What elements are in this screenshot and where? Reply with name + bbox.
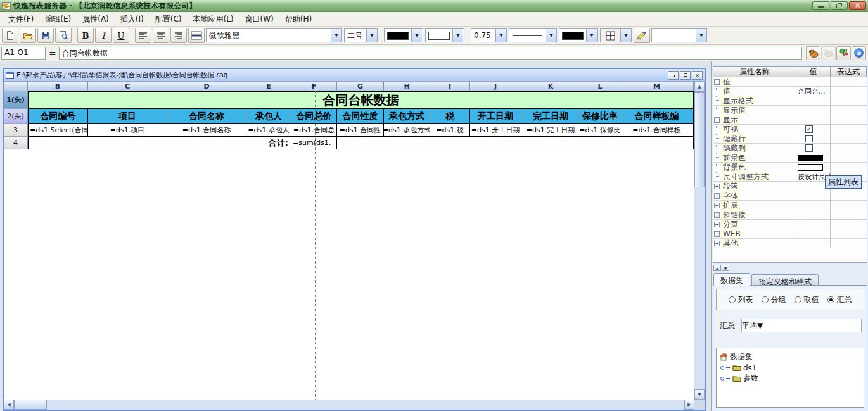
chevron-down-icon[interactable]: ▼ <box>620 29 631 42</box>
menu-window[interactable]: 窗口(W) <box>239 12 279 27</box>
cell-K3[interactable]: =ds1.完工日期 <box>521 124 580 137</box>
cell-C2[interactable]: 项目 <box>88 109 167 124</box>
cell-G3[interactable]: =ds1.合同性 <box>337 124 384 137</box>
align-center-button[interactable] <box>153 28 169 43</box>
property-expression-cell[interactable] <box>831 125 867 134</box>
col-header-L[interactable]: L <box>580 82 620 91</box>
property-expression-cell[interactable] <box>831 106 867 115</box>
property-row[interactable]: +WEB <box>713 229 867 239</box>
print-preview-button[interactable] <box>55 28 72 43</box>
cell-I3[interactable]: =ds1.税 <box>430 124 470 137</box>
format-painter-button[interactable] <box>634 28 650 43</box>
border-style-combo[interactable]: ▼ <box>509 28 557 42</box>
property-value-cell[interactable]: 合同台... <box>796 87 831 96</box>
menu-config[interactable]: 配置(C) <box>150 12 188 27</box>
property-expression-cell[interactable] <box>831 144 867 153</box>
property-value-cell[interactable] <box>796 96 831 106</box>
cell-J3[interactable]: =ds1.开工日期 <box>470 124 521 137</box>
scroll-left-button[interactable]: ◀ <box>4 400 14 410</box>
merge-cells-button[interactable] <box>188 28 205 43</box>
menu-local-app[interactable]: 本地应用(L) <box>187 12 239 27</box>
cell-title-merged[interactable]: 合同台帐数据 <box>28 91 694 109</box>
property-row[interactable]: 值合同台... <box>713 87 867 96</box>
property-expression-cell[interactable] <box>831 239 867 248</box>
font-family-combo[interactable]: 微软雅黑 ▼ <box>206 28 342 42</box>
property-expression-cell[interactable] <box>831 77 867 87</box>
expander-icon[interactable]: − <box>714 79 720 85</box>
property-value-cell[interactable] <box>796 201 831 210</box>
tree-node-icon[interactable] <box>720 377 724 381</box>
cell-G4-merged[interactable] <box>337 137 694 149</box>
property-expression-cell[interactable] <box>831 115 867 125</box>
checkbox[interactable] <box>805 144 813 152</box>
property-value-cell[interactable] <box>796 239 831 248</box>
property-expression-cell[interactable] <box>831 220 867 229</box>
property-value-cell[interactable] <box>796 144 831 153</box>
property-row[interactable]: +扩展 <box>713 201 867 210</box>
minimize-button[interactable] <box>812 1 829 10</box>
col-header-G[interactable]: G <box>337 82 384 91</box>
row-header-2[interactable]: 2(头) <box>4 109 28 124</box>
expander-icon[interactable]: + <box>714 203 720 208</box>
color-swatch[interactable] <box>798 155 823 161</box>
menu-edit[interactable]: 编辑(E) <box>39 12 77 27</box>
property-row[interactable]: +超链接 <box>713 210 867 220</box>
background-color-combo[interactable]: ▼ <box>425 28 464 42</box>
property-expression-cell[interactable] <box>831 229 867 239</box>
cell-B3[interactable]: =ds1.Select(合同 <box>28 124 88 137</box>
cell-D2[interactable]: 合同名称 <box>167 109 246 124</box>
cell-F2[interactable]: 合同总价 <box>291 109 337 124</box>
cell-ref-input[interactable]: A1-O1 <box>1 47 46 60</box>
radio-list[interactable]: 列表 <box>729 294 753 305</box>
publish-button[interactable] <box>836 46 851 60</box>
property-expression-cell[interactable] <box>831 87 867 96</box>
tab-dataset[interactable]: 数据集 <box>713 273 750 286</box>
menu-help[interactable]: 帮助(H) <box>279 12 317 27</box>
property-row[interactable]: 前景色 <box>713 153 867 163</box>
menu-insert[interactable]: 插入(I) <box>115 12 150 27</box>
cell-M3[interactable]: =ds1.合同样板 <box>620 124 694 137</box>
col-header-E[interactable]: E <box>246 82 291 91</box>
foreground-color-combo[interactable]: ▼ <box>384 28 423 42</box>
color-swatch[interactable] <box>798 164 823 171</box>
save-button[interactable] <box>37 28 54 43</box>
row-header-3[interactable]: 3 <box>4 124 28 137</box>
vertical-scrollbar[interactable]: ▲ ▼ <box>694 82 705 400</box>
row-header-1[interactable]: 1(头) <box>4 91 28 109</box>
checkbox-checked[interactable]: ✓ <box>805 125 813 133</box>
chevron-down-icon[interactable]: ▼ <box>331 29 341 42</box>
property-row[interactable]: 显示值 <box>713 106 867 115</box>
property-expression-cell[interactable] <box>831 134 867 144</box>
property-value-cell[interactable] <box>796 220 831 229</box>
cell-F3[interactable]: =ds1.合同总 <box>291 124 337 137</box>
cell-total-label[interactable]: 合计: <box>28 137 291 149</box>
expander-icon[interactable]: + <box>714 222 720 227</box>
menu-attribute[interactable]: 属性(A) <box>77 12 115 27</box>
col-header-H[interactable]: H <box>384 82 430 91</box>
italic-button[interactable]: I <box>95 28 112 43</box>
splitter-down-icon[interactable]: ▼ <box>722 265 729 271</box>
property-row[interactable]: +分页 <box>713 220 867 229</box>
property-row[interactable]: 背景色 <box>713 163 867 172</box>
chevron-down-icon[interactable]: ▼ <box>696 29 706 42</box>
cell-G2[interactable]: 合同性质 <box>337 109 384 124</box>
underline-button[interactable]: U <box>113 28 129 43</box>
summary-combo[interactable]: 平均 ▼ <box>741 319 862 332</box>
cell-I2[interactable]: 税 <box>430 109 470 124</box>
property-value-cell[interactable] <box>796 134 831 144</box>
vertical-scroll-thumb[interactable] <box>694 92 705 187</box>
new-button[interactable] <box>2 28 18 43</box>
borders-combo[interactable]: ▼ <box>600 28 632 42</box>
scroll-down-button[interactable]: ▼ <box>694 389 705 400</box>
formula-input[interactable]: 合同台帐数据 <box>59 47 802 60</box>
property-value-cell[interactable] <box>796 163 831 172</box>
tree-item-ds1[interactable]: ds1 <box>717 362 864 373</box>
cell-E2[interactable]: 承包人 <box>246 109 291 124</box>
align-left-button[interactable] <box>135 28 151 43</box>
property-expression-cell[interactable] <box>831 210 867 220</box>
property-expression-cell[interactable] <box>831 96 867 106</box>
doc-restore-button[interactable] <box>680 71 691 80</box>
col-header-M[interactable]: M <box>620 82 694 91</box>
tree-item-dataset-root[interactable]: 数据集 <box>717 351 864 362</box>
menu-file[interactable]: 文件(F) <box>3 12 39 27</box>
